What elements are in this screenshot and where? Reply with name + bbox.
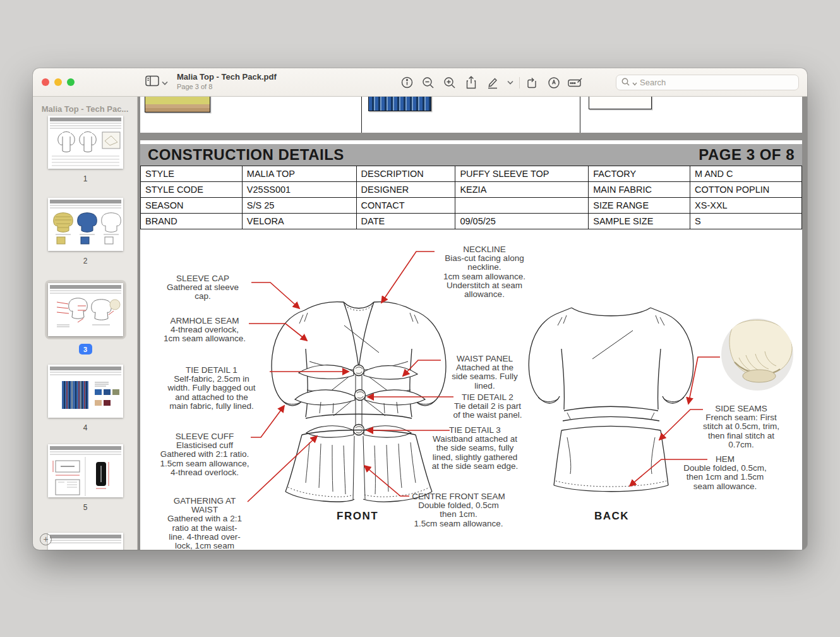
- cuff-photo-inset: [721, 318, 793, 391]
- document-title-block: Malia Top - Tech Pack.pdf Page 3 of 8: [177, 72, 277, 90]
- annotation-waist-panel: WAIST PANEL Attached at the side seams. …: [442, 355, 527, 391]
- annotation-body: Tie detail 2 is part of the waist panel.: [437, 402, 538, 420]
- annotation-body: French seam: First stitch at 0.5cm, trim…: [692, 413, 790, 449]
- search-scope-chevron-icon: [632, 77, 637, 88]
- toolbar: Malia Top - Tech Pack.pdf Page 3 of 8: [33, 68, 807, 97]
- annotation-title: SLEEVE CAP: [152, 274, 254, 283]
- annotation-tie-detail-3: TIE DETAIL 3 Waistband attached at the s…: [418, 426, 532, 471]
- thumbnail-page-4[interactable]: 4: [33, 365, 138, 432]
- minimize-button[interactable]: [54, 78, 62, 86]
- selected-thumbnail-highlight: [45, 280, 126, 339]
- table-column-line: [580, 97, 580, 133]
- annotation-hem: HEM Double folded, 0.5cm, then 1cm and 1…: [668, 455, 782, 491]
- rotate-button[interactable]: [522, 73, 543, 92]
- annotation-title: WAIST PANEL: [442, 355, 527, 363]
- annotate-pen-button[interactable]: [543, 73, 565, 92]
- selected-page-badge: 3: [79, 344, 92, 355]
- traffic-lights: [42, 78, 75, 86]
- markup-pen-button[interactable]: [482, 73, 503, 92]
- previous-page-bottom: [140, 97, 802, 133]
- preview-window: Malia Top - Tech Pack.pdf Page 3 of 8: [33, 68, 807, 550]
- annotation-title: ARMHOLE SEAM: [152, 317, 258, 325]
- annotation-body: Double folded, 0.5cm then 1cm. 1.5cm sea…: [400, 501, 517, 528]
- annotation-body: Self-fabric, 2.5cm in width. Fully bagge…: [155, 375, 268, 411]
- annotation-gathering-at-waist: GATHERING AT WAIST Gathered with a 2:1 r…: [157, 497, 253, 550]
- annotation-title: GATHERING AT WAIST: [157, 497, 253, 514]
- thumbnail-page-number: 5: [83, 503, 88, 512]
- colorway-swatch-carnival: [368, 97, 431, 111]
- thumbnail-page-1[interactable]: 1: [33, 116, 138, 183]
- pdf-content-area: CONSTRUCTION DETAILS PAGE 3 OF 8 STYLE M…: [138, 97, 807, 550]
- annotation-sleeve-cap: SLEEVE CAP Gathered at sleeve cap.: [152, 274, 254, 301]
- search-icon: [621, 77, 630, 88]
- page-indicator: Page 3 of 8: [177, 83, 277, 90]
- thumbnail-image-5: [48, 444, 123, 497]
- annotation-body: Elasticised cuff Gathered with 2:1 ratio…: [152, 441, 258, 477]
- annotation-tie-detail-1: TIE DETAIL 1 Self-fabric, 2.5cm in width…: [155, 366, 268, 411]
- back-view-label: BACK: [594, 510, 629, 523]
- zoom-in-button[interactable]: [439, 73, 460, 92]
- annotation-title: TIE DETAIL 2: [437, 393, 538, 402]
- sidebar-doc-title: Malia Top - Tech Pac...: [33, 104, 137, 114]
- thumbnail-page-3-selected[interactable]: 3: [33, 280, 138, 355]
- search-field[interactable]: [616, 75, 799, 90]
- search-input[interactable]: [640, 78, 793, 87]
- thumbnail-page-number: 2: [83, 257, 88, 265]
- thumbnail-image-4: [48, 365, 123, 418]
- annotation-body: Double folded, 0.5cm, then 1cm and 1.5cm…: [668, 464, 782, 491]
- front-flat-sketch: [272, 302, 446, 502]
- annotation-armhole-seam: ARMHOLE SEAM 4-thread overlock, 1cm seam…: [152, 317, 258, 344]
- annotation-title: HEM: [668, 455, 782, 464]
- close-button[interactable]: [42, 78, 49, 86]
- pdf-page-3: CONSTRUCTION DETAILS PAGE 3 OF 8 STYLE M…: [140, 140, 802, 550]
- annotation-body: Waistband attached at the side seams, fu…: [418, 435, 532, 471]
- sidebar-icon: [145, 75, 159, 89]
- front-view-label: FRONT: [337, 510, 378, 523]
- thumbnail-page-number: 4: [83, 423, 88, 432]
- toolbar-divider: [519, 77, 520, 88]
- annotation-title: SIDE SEAMS: [692, 404, 790, 413]
- toolbar-buttons: [396, 68, 586, 97]
- colorway-swatch-gable: [145, 97, 210, 112]
- thumbnail-page-number: 1: [83, 174, 88, 183]
- annotation-title: NECKLINE: [435, 245, 534, 254]
- thumbnail-image-2: [48, 198, 123, 251]
- annotation-body: 4-thread overlock, 1cm seam allowance.: [152, 325, 258, 343]
- add-page-button[interactable]: +: [40, 533, 52, 545]
- annotation-body: Gathered at sleeve cap.: [152, 283, 254, 301]
- colorway-swatch-ivory: [589, 97, 652, 109]
- annotation-body: Attached at the side seams. Fully lined.: [442, 363, 527, 391]
- thumbnail-image-3: [48, 283, 123, 336]
- zoom-out-button[interactable]: [417, 73, 439, 92]
- thumbnail-sidebar: Malia Top - Tech Pac... 1: [33, 97, 138, 550]
- annotation-body: Bias-cut facing along neckline. 1cm seam…: [435, 254, 534, 299]
- annotation-title: CENTRE FRONT SEAM: [400, 492, 517, 501]
- annotation-title: TIE DETAIL 1: [155, 366, 268, 375]
- annotation-neckline: NECKLINE Bias-cut facing along neckline.…: [435, 245, 534, 299]
- text-field-button[interactable]: [565, 73, 586, 92]
- chevron-down-icon: [162, 76, 168, 88]
- fullscreen-button[interactable]: [67, 78, 75, 86]
- markup-chevron-down[interactable]: [503, 73, 517, 92]
- annotation-sleeve-cuff: SLEEVE CUFF Elasticised cuff Gathered wi…: [152, 432, 258, 477]
- document-title: Malia Top - Tech Pack.pdf: [177, 72, 277, 82]
- annotation-title: TIE DETAIL 3: [418, 426, 532, 435]
- sidebar-toggle-button[interactable]: [145, 75, 168, 89]
- annotation-body: Gathered with a 2:1 ratio at the waist- …: [157, 514, 253, 550]
- info-button[interactable]: [396, 73, 417, 92]
- thumbnail-page-5[interactable]: 5: [33, 444, 138, 512]
- thumbnail-image-6: [48, 533, 123, 550]
- annotation-side-seams: SIDE SEAMS French seam: First stitch at …: [692, 404, 790, 449]
- annotation-tie-detail-2: TIE DETAIL 2 Tie detail 2 is part of the…: [437, 393, 538, 420]
- annotation-centre-front-seam: CENTRE FRONT SEAM Double folded, 0.5cm t…: [400, 492, 517, 528]
- table-column-line: [361, 97, 362, 133]
- annotation-title: SLEEVE CUFF: [152, 432, 258, 441]
- thumbnail-image-1: [48, 116, 123, 169]
- share-button[interactable]: [460, 73, 482, 92]
- thumbnail-page-2[interactable]: 2: [33, 198, 138, 265]
